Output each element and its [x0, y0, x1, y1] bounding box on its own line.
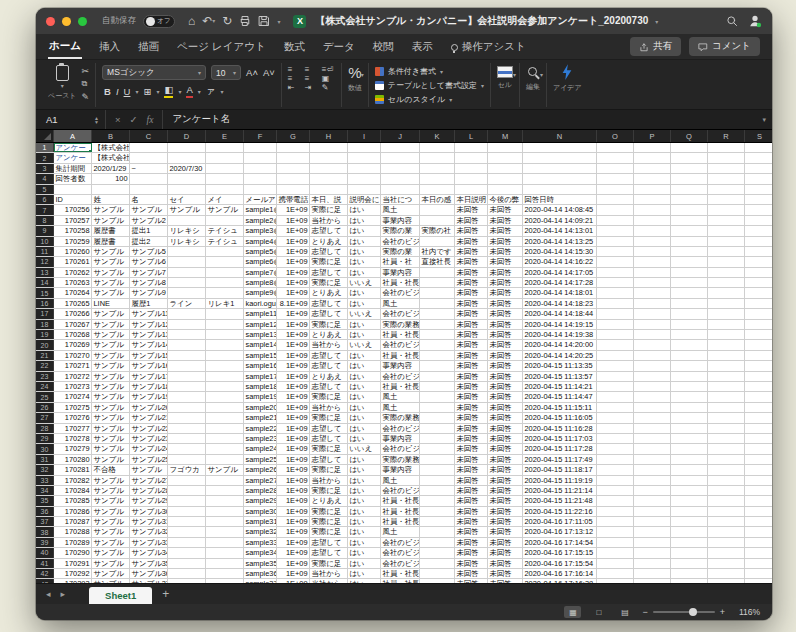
- cell[interactable]: [206, 496, 244, 505]
- cell[interactable]: [597, 320, 634, 329]
- cell[interactable]: はい: [348, 299, 381, 308]
- cell[interactable]: アンケー: [54, 153, 92, 162]
- cell[interactable]: 志望して: [310, 309, 348, 318]
- row-number[interactable]: 4: [36, 174, 54, 183]
- cell[interactable]: [168, 361, 206, 370]
- save-icon[interactable]: [258, 15, 270, 27]
- cell[interactable]: [671, 268, 708, 277]
- cell[interactable]: 未回答: [455, 496, 488, 505]
- cell[interactable]: 未回答: [488, 237, 523, 246]
- cell[interactable]: 2020-04-15 11:19:19: [523, 476, 597, 485]
- cell[interactable]: 未回答: [488, 434, 523, 443]
- cell[interactable]: [206, 309, 244, 318]
- cell[interactable]: はい: [348, 559, 381, 568]
- cell[interactable]: 実際に足: [310, 507, 348, 516]
- cell[interactable]: [708, 299, 745, 308]
- cell[interactable]: [168, 351, 206, 360]
- cell[interactable]: [523, 174, 597, 183]
- cell[interactable]: [597, 351, 634, 360]
- cell[interactable]: 1E+09: [277, 226, 310, 235]
- cell[interactable]: 風土: [381, 403, 420, 412]
- cell[interactable]: 170265: [54, 299, 92, 308]
- cell[interactable]: [206, 569, 244, 578]
- cell[interactable]: メールア: [244, 195, 277, 204]
- italic-button[interactable]: I: [116, 86, 119, 97]
- cell[interactable]: とりあえ: [310, 330, 348, 339]
- cell[interactable]: [348, 143, 381, 152]
- cell[interactable]: 社員・社長の雰囲気: [381, 382, 420, 391]
- column-header-L[interactable]: L: [455, 130, 488, 142]
- cell[interactable]: [168, 340, 206, 349]
- cell[interactable]: サンプル: [92, 330, 130, 339]
- cell[interactable]: 1E+09: [277, 424, 310, 433]
- page-layout-view-button[interactable]: □: [590, 606, 607, 618]
- cell[interactable]: 提出1: [130, 226, 168, 235]
- cell[interactable]: 会社のビジョン: [381, 372, 420, 381]
- row-number[interactable]: 8: [36, 216, 54, 225]
- cell[interactable]: サンプル: [92, 372, 130, 381]
- cell[interactable]: 未回答: [455, 226, 488, 235]
- cell[interactable]: [420, 153, 455, 162]
- zoom-in-button[interactable]: +: [720, 607, 725, 617]
- cell[interactable]: はい: [348, 527, 381, 536]
- cell[interactable]: 未回答: [455, 548, 488, 557]
- cell[interactable]: [708, 517, 745, 526]
- cell[interactable]: サンプル: [130, 205, 168, 214]
- cell[interactable]: [420, 517, 455, 526]
- cell[interactable]: 未回答: [488, 372, 523, 381]
- cell[interactable]: 1E+09: [277, 486, 310, 495]
- cell[interactable]: [671, 237, 708, 246]
- row-number[interactable]: 11: [36, 247, 54, 256]
- font-color-button[interactable]: A: [186, 84, 192, 98]
- tab-表示[interactable]: 表示: [411, 35, 434, 58]
- tab-assist[interactable]: 操作アシスト: [450, 35, 527, 58]
- cell[interactable]: 2020-04-15 11:16:05: [523, 413, 597, 422]
- cell[interactable]: sample4@: [244, 237, 277, 246]
- cell[interactable]: [671, 538, 708, 547]
- cell[interactable]: sample19@: [244, 392, 277, 401]
- cell[interactable]: サンプル2: [130, 216, 168, 225]
- cell[interactable]: [168, 268, 206, 277]
- cell[interactable]: 2020-04-15 11:17:49: [523, 455, 597, 464]
- cell[interactable]: はい: [348, 382, 381, 391]
- cell[interactable]: 未回答: [455, 476, 488, 485]
- cell[interactable]: 2020-04-14 14:08:45: [523, 205, 597, 214]
- cell[interactable]: [745, 174, 772, 183]
- cell[interactable]: 170260: [54, 247, 92, 256]
- zoom-out-button[interactable]: −: [642, 607, 647, 617]
- cell[interactable]: はい: [348, 569, 381, 578]
- cell[interactable]: サンプル27: [130, 476, 168, 485]
- insert-function-icon[interactable]: fx: [147, 115, 154, 125]
- cell[interactable]: [206, 392, 244, 401]
- cell[interactable]: 回答者数: [54, 174, 92, 183]
- cell[interactable]: sample6@: [244, 257, 277, 266]
- cell[interactable]: サンプル31: [130, 517, 168, 526]
- cell[interactable]: [206, 424, 244, 433]
- cell[interactable]: 風土: [381, 392, 420, 401]
- cell[interactable]: [597, 185, 634, 194]
- cell[interactable]: 社内です: [420, 247, 455, 256]
- underline-button[interactable]: U: [124, 86, 131, 97]
- cell[interactable]: 会社のビジョン: [381, 288, 420, 297]
- cell[interactable]: [634, 496, 671, 505]
- editing-button[interactable]: 編集: [526, 63, 540, 92]
- cell[interactable]: 実際に足: [310, 486, 348, 495]
- cell[interactable]: 未回答: [455, 216, 488, 225]
- cell[interactable]: [671, 143, 708, 152]
- cell[interactable]: [420, 455, 455, 464]
- select-all-corner[interactable]: [36, 130, 54, 142]
- cell[interactable]: [206, 247, 244, 256]
- cell[interactable]: はい: [348, 288, 381, 297]
- cell[interactable]: [206, 216, 244, 225]
- borders-button[interactable]: ⊞: [143, 86, 151, 97]
- paste-button[interactable]: ▾ ペースト: [48, 63, 77, 101]
- cell[interactable]: サンプル5: [130, 247, 168, 256]
- cell[interactable]: 1E+09: [277, 237, 310, 246]
- cell[interactable]: はい: [348, 496, 381, 505]
- cell[interactable]: [671, 195, 708, 204]
- cell[interactable]: [671, 340, 708, 349]
- cell[interactable]: 170286: [54, 507, 92, 516]
- cell[interactable]: 風土: [381, 476, 420, 485]
- cell[interactable]: 実際に足: [310, 257, 348, 266]
- column-header-R[interactable]: R: [708, 130, 745, 142]
